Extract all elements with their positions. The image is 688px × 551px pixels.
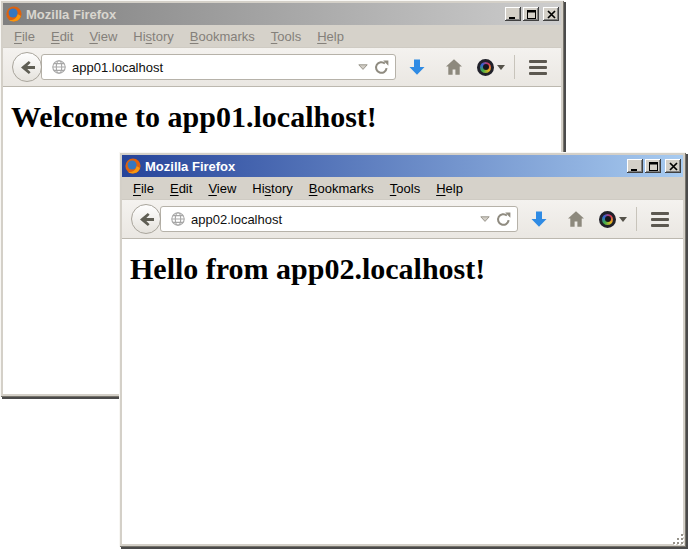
search-engine-button[interactable]: [597, 204, 629, 234]
desktop: { "app": { "name": "Mozilla Firefox" }, …: [0, 0, 688, 551]
home-button[interactable]: [438, 52, 470, 82]
menubar: File Edit View History Bookmarks Tools H…: [3, 25, 561, 48]
download-icon: [407, 57, 427, 77]
download-icon: [529, 209, 549, 229]
chevron-down-icon: [358, 64, 368, 70]
page-heading: Welcome to app01.localhost!: [11, 100, 561, 134]
window-title: Mozilla Firefox: [145, 159, 623, 174]
menu-item-file[interactable]: File: [125, 178, 162, 199]
caret-down-icon: [497, 65, 505, 70]
toolbar-separator: [636, 207, 637, 231]
search-engine-button[interactable]: [475, 52, 507, 82]
url-dropdown-button[interactable]: [358, 64, 368, 70]
app-menu-button[interactable]: [644, 204, 676, 234]
browser-window-app02: Mozilla Firefox File Edit View History B…: [119, 152, 686, 547]
reload-icon: [374, 60, 389, 75]
menu-item-view[interactable]: View: [200, 178, 244, 199]
resize-grip[interactable]: [672, 533, 685, 546]
hamburger-icon: [529, 60, 547, 75]
menu-item-file[interactable]: File: [6, 26, 43, 47]
firefox-icon: [125, 158, 141, 174]
menu-item-history[interactable]: History: [125, 26, 181, 47]
maximize-icon: [649, 162, 658, 171]
chevron-down-icon: [480, 216, 490, 222]
home-button[interactable]: [560, 204, 592, 234]
close-icon: [669, 162, 678, 171]
firefox-icon: [6, 6, 22, 22]
close-icon: [547, 10, 556, 19]
home-icon: [566, 209, 586, 229]
maximize-button[interactable]: [523, 7, 539, 21]
back-button[interactable]: [12, 52, 42, 82]
menu-item-bookmarks[interactable]: Bookmarks: [301, 178, 382, 199]
url-bar[interactable]: [160, 206, 518, 232]
close-button[interactable]: [543, 7, 559, 21]
app-menu-button[interactable]: [522, 52, 554, 82]
menu-item-bookmarks[interactable]: Bookmarks: [182, 26, 263, 47]
toolbar-separator: [514, 55, 515, 79]
search-engine-icon: [599, 211, 616, 228]
back-icon: [19, 60, 36, 75]
window-title: Mozilla Firefox: [26, 7, 501, 22]
menu-item-history[interactable]: History: [244, 178, 300, 199]
site-identity-icon[interactable]: [171, 212, 185, 226]
site-identity-icon[interactable]: [52, 60, 66, 74]
reload-button[interactable]: [496, 212, 511, 227]
window-controls: [505, 7, 559, 21]
download-button[interactable]: [401, 52, 433, 82]
minimize-button[interactable]: [627, 159, 643, 173]
menu-item-help[interactable]: Help: [309, 26, 352, 47]
menu-item-help[interactable]: Help: [428, 178, 471, 199]
back-button[interactable]: [131, 204, 161, 234]
window-controls: [627, 159, 681, 173]
menu-item-view[interactable]: View: [81, 26, 125, 47]
minimize-icon: [631, 162, 640, 171]
page-heading: Hello from app02.localhost!: [130, 252, 683, 286]
menubar: File Edit View History Bookmarks Tools H…: [122, 177, 683, 200]
caret-down-icon: [619, 217, 627, 222]
menu-item-edit[interactable]: Edit: [162, 178, 200, 199]
reload-icon: [496, 212, 511, 227]
home-icon: [444, 57, 464, 77]
url-input[interactable]: [191, 212, 474, 227]
titlebar[interactable]: Mozilla Firefox: [122, 155, 683, 177]
url-input[interactable]: [72, 60, 352, 75]
back-icon: [138, 212, 155, 227]
url-bar[interactable]: [41, 54, 396, 80]
close-button[interactable]: [665, 159, 681, 173]
search-engine-icon: [477, 59, 494, 76]
navigation-toolbar: [3, 48, 561, 87]
titlebar[interactable]: Mozilla Firefox: [3, 3, 561, 25]
maximize-button[interactable]: [645, 159, 661, 173]
minimize-icon: [509, 10, 518, 19]
page-content: Hello from app02.localhost!: [122, 239, 683, 544]
reload-button[interactable]: [374, 60, 389, 75]
menu-item-tools[interactable]: Tools: [382, 178, 428, 199]
maximize-icon: [527, 10, 536, 19]
menu-item-tools[interactable]: Tools: [263, 26, 309, 47]
hamburger-icon: [651, 212, 669, 227]
download-button[interactable]: [523, 204, 555, 234]
navigation-toolbar: [122, 200, 683, 239]
url-dropdown-button[interactable]: [480, 216, 490, 222]
minimize-button[interactable]: [505, 7, 521, 21]
menu-item-edit[interactable]: Edit: [43, 26, 81, 47]
